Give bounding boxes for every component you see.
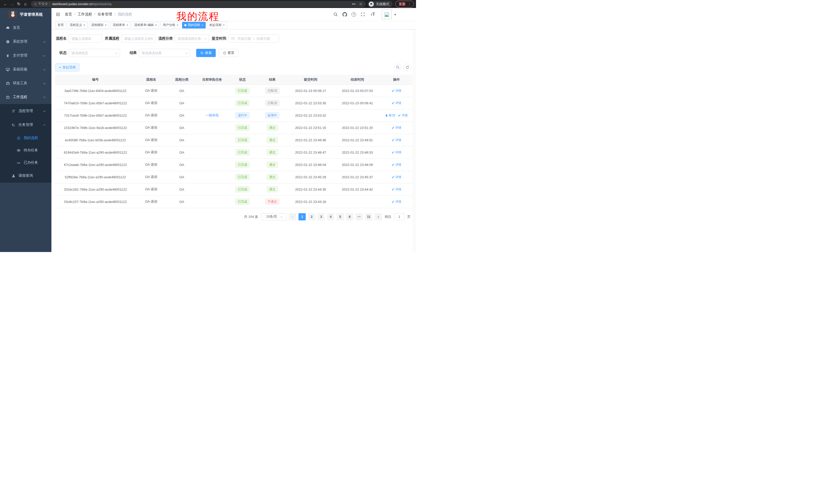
cancel-link[interactable]: 取消 xyxy=(385,113,395,118)
eye-icon xyxy=(17,148,21,152)
show-search-button[interactable] xyxy=(394,64,401,71)
detail-link[interactable]: 详情 xyxy=(392,175,401,179)
close-icon[interactable] xyxy=(105,23,107,27)
prev-page-button[interactable] xyxy=(289,213,296,220)
close-icon[interactable] xyxy=(223,23,225,27)
sidebar-item-home[interactable]: 首页 xyxy=(0,21,51,35)
help-icon[interactable] xyxy=(352,12,356,17)
browser-reload-icon[interactable] xyxy=(16,1,22,7)
fullscreen-icon[interactable] xyxy=(360,12,365,17)
close-icon[interactable] xyxy=(126,23,128,27)
tab-process-definition[interactable]: 流程定义 xyxy=(67,22,88,29)
tab-home[interactable]: 首页 xyxy=(55,22,66,29)
font-size-icon[interactable] xyxy=(369,12,376,17)
sidebar-item-dev-tools[interactable]: 研发工具 xyxy=(0,76,51,90)
sidebar-item-done-tasks[interactable]: 已办任务 xyxy=(0,157,51,169)
page-button[interactable]: 4 xyxy=(327,213,334,220)
page-button[interactable]: 6 xyxy=(346,213,353,220)
user-avatar[interactable] xyxy=(382,9,396,19)
page-button[interactable]: 1 xyxy=(298,213,306,220)
date-separator: - xyxy=(253,37,254,40)
next-page-button[interactable] xyxy=(374,213,382,220)
process-category-select-field[interactable] xyxy=(175,34,209,43)
close-icon[interactable] xyxy=(155,23,157,27)
detail-link[interactable]: 详情 xyxy=(392,89,401,93)
tab-process-model[interactable]: 流程模型 xyxy=(89,22,109,29)
page-button-last[interactable]: 11 xyxy=(365,213,372,220)
tab-label: 流程表单 xyxy=(113,23,125,27)
detail-link[interactable]: 详情 xyxy=(392,200,401,204)
sidebar-item-label: 已办任务 xyxy=(24,160,51,165)
current-task-link[interactable]: 一级审批 xyxy=(205,113,219,117)
detail-link[interactable]: 详情 xyxy=(398,113,408,118)
breadcrumb-item-task-management[interactable]: 任务管理 xyxy=(98,12,115,17)
column-header: 当前审批任务 xyxy=(197,75,228,85)
browser-forward-icon[interactable] xyxy=(9,1,16,7)
close-icon[interactable] xyxy=(83,23,85,27)
search-button[interactable]: 搜索 xyxy=(196,49,216,57)
detail-link[interactable]: 详情 xyxy=(392,150,401,155)
current-task xyxy=(197,195,228,208)
pen-icon xyxy=(392,200,394,203)
detail-link[interactable]: 详情 xyxy=(392,138,401,142)
submit-time-range-picker[interactable]: - xyxy=(228,34,279,43)
sidebar-collapse-icon[interactable] xyxy=(55,12,61,17)
close-icon[interactable] xyxy=(201,23,203,27)
browser-home-icon[interactable] xyxy=(22,1,29,7)
status-cell: 已完成 xyxy=(228,171,257,183)
sidebar-item-label: 基础设施 xyxy=(13,67,51,72)
breadcrumb-item-home[interactable]: 首页 xyxy=(65,12,75,17)
result-select-field[interactable] xyxy=(139,49,190,57)
sidebar-item-workflow[interactable]: 工作流程 xyxy=(0,90,51,104)
goto-page-input[interactable] xyxy=(394,213,405,220)
sidebar-item-process-management[interactable]: 流程管理 xyxy=(0,104,51,118)
end-date-input[interactable] xyxy=(255,37,271,40)
status-select-field[interactable] xyxy=(69,49,120,57)
page-button[interactable]: 3 xyxy=(317,213,325,220)
close-icon[interactable] xyxy=(176,23,178,27)
password-key-icon[interactable] xyxy=(352,2,356,6)
browser-menu-kebab-icon[interactable] xyxy=(408,2,411,6)
github-icon[interactable] xyxy=(342,12,347,17)
sidebar-item-payment[interactable]: 支付管理 xyxy=(0,49,51,62)
scrollbar[interactable] xyxy=(413,30,416,252)
breadcrumb-item-workflow[interactable]: 工作流程 xyxy=(78,12,95,17)
create-process-button[interactable]: 发起流程 xyxy=(55,63,79,72)
tab-process-form[interactable]: 流程表单 xyxy=(110,22,131,29)
sidebar-item-todo-tasks[interactable]: 待办任务 xyxy=(0,144,51,157)
browser-update-button[interactable]: 更新 xyxy=(395,1,414,7)
process-category-select[interactable] xyxy=(175,34,209,43)
sidebar-item-infrastructure[interactable]: 基础设施 xyxy=(0,62,51,76)
current-task xyxy=(197,159,228,171)
result-select[interactable] xyxy=(139,49,190,57)
page-button[interactable]: 5 xyxy=(337,213,344,220)
current-task xyxy=(197,134,228,146)
sidebar-item-my-process[interactable]: 我的流程 xyxy=(0,132,51,144)
address-bar[interactable]: 不安全 dashboard.yudao.iocoder.cn/bpm/task/… xyxy=(31,1,366,7)
browser-back-icon[interactable] xyxy=(2,1,9,7)
sidebar-item-system[interactable]: 系统管理 xyxy=(0,35,51,49)
process-name-input[interactable] xyxy=(69,34,102,43)
sidebar-item-task-management[interactable]: 任务管理 xyxy=(0,118,51,132)
process-id: ec45f38f-7b9a-11ec-b03b-acde48001122 xyxy=(55,134,135,146)
more-pages-button[interactable]: ••• xyxy=(356,213,363,220)
search-icon[interactable] xyxy=(333,12,338,17)
tab-process-form-edit[interactable]: 流程表单-编辑 xyxy=(132,22,159,29)
start-date-input[interactable] xyxy=(236,37,252,40)
reset-button[interactable]: 重置 xyxy=(219,49,238,57)
detail-link[interactable]: 详情 xyxy=(392,163,401,167)
refresh-table-button[interactable] xyxy=(404,64,411,71)
detail-link[interactable]: 详情 xyxy=(392,187,401,192)
process-name: OA 请假 xyxy=(135,183,167,195)
page: 不安全 dashboard.yudao.iocoder.cn/bpm/task/… xyxy=(0,0,416,252)
sidebar-item-leave-query[interactable]: 请假查询 xyxy=(0,169,51,183)
page-size-select[interactable]: 10条/页 xyxy=(262,213,287,220)
status-cell: 已完成 xyxy=(228,183,257,195)
status-select[interactable] xyxy=(69,49,120,57)
detail-link[interactable]: 详情 xyxy=(392,101,401,105)
detail-link[interactable]: 详情 xyxy=(392,125,401,130)
bookmark-star-icon[interactable] xyxy=(359,2,363,6)
actions-cell: 取消详情 xyxy=(381,109,412,121)
page-button[interactable]: 2 xyxy=(308,213,315,220)
process-definition-input[interactable] xyxy=(121,34,156,43)
